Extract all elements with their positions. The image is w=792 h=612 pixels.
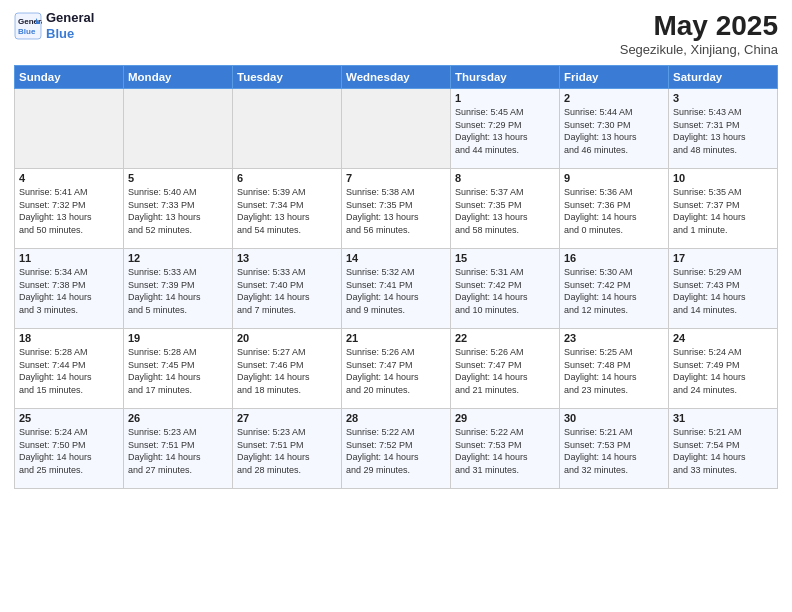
calendar-cell: 2Sunrise: 5:44 AM Sunset: 7:30 PM Daylig…	[560, 89, 669, 169]
calendar-cell: 1Sunrise: 5:45 AM Sunset: 7:29 PM Daylig…	[451, 89, 560, 169]
day-info: Sunrise: 5:30 AM Sunset: 7:42 PM Dayligh…	[564, 266, 664, 316]
day-number: 26	[128, 412, 228, 424]
calendar-cell: 19Sunrise: 5:28 AM Sunset: 7:45 PM Dayli…	[124, 329, 233, 409]
logo: General Blue General Blue	[14, 10, 94, 41]
day-info: Sunrise: 5:39 AM Sunset: 7:34 PM Dayligh…	[237, 186, 337, 236]
svg-text:Blue: Blue	[18, 27, 36, 36]
calendar-cell: 20Sunrise: 5:27 AM Sunset: 7:46 PM Dayli…	[233, 329, 342, 409]
day-info: Sunrise: 5:32 AM Sunset: 7:41 PM Dayligh…	[346, 266, 446, 316]
day-info: Sunrise: 5:22 AM Sunset: 7:52 PM Dayligh…	[346, 426, 446, 476]
calendar-cell: 10Sunrise: 5:35 AM Sunset: 7:37 PM Dayli…	[669, 169, 778, 249]
calendar-cell	[342, 89, 451, 169]
weekday-header-sunday: Sunday	[15, 66, 124, 89]
weekday-header-saturday: Saturday	[669, 66, 778, 89]
day-info: Sunrise: 5:26 AM Sunset: 7:47 PM Dayligh…	[346, 346, 446, 396]
calendar-cell: 6Sunrise: 5:39 AM Sunset: 7:34 PM Daylig…	[233, 169, 342, 249]
day-info: Sunrise: 5:24 AM Sunset: 7:50 PM Dayligh…	[19, 426, 119, 476]
day-info: Sunrise: 5:29 AM Sunset: 7:43 PM Dayligh…	[673, 266, 773, 316]
day-number: 5	[128, 172, 228, 184]
day-number: 22	[455, 332, 555, 344]
calendar-table: SundayMondayTuesdayWednesdayThursdayFrid…	[14, 65, 778, 489]
calendar-cell: 16Sunrise: 5:30 AM Sunset: 7:42 PM Dayli…	[560, 249, 669, 329]
day-number: 30	[564, 412, 664, 424]
day-number: 12	[128, 252, 228, 264]
day-number: 28	[346, 412, 446, 424]
weekday-header-thursday: Thursday	[451, 66, 560, 89]
day-info: Sunrise: 5:37 AM Sunset: 7:35 PM Dayligh…	[455, 186, 555, 236]
day-number: 3	[673, 92, 773, 104]
calendar-week-1: 1Sunrise: 5:45 AM Sunset: 7:29 PM Daylig…	[15, 89, 778, 169]
location: Segezikule, Xinjiang, China	[620, 42, 778, 57]
day-number: 6	[237, 172, 337, 184]
day-number: 31	[673, 412, 773, 424]
day-number: 17	[673, 252, 773, 264]
day-number: 13	[237, 252, 337, 264]
day-info: Sunrise: 5:44 AM Sunset: 7:30 PM Dayligh…	[564, 106, 664, 156]
day-number: 27	[237, 412, 337, 424]
calendar-cell: 26Sunrise: 5:23 AM Sunset: 7:51 PM Dayli…	[124, 409, 233, 489]
day-info: Sunrise: 5:43 AM Sunset: 7:31 PM Dayligh…	[673, 106, 773, 156]
calendar-cell: 23Sunrise: 5:25 AM Sunset: 7:48 PM Dayli…	[560, 329, 669, 409]
day-info: Sunrise: 5:31 AM Sunset: 7:42 PM Dayligh…	[455, 266, 555, 316]
day-info: Sunrise: 5:33 AM Sunset: 7:39 PM Dayligh…	[128, 266, 228, 316]
day-info: Sunrise: 5:23 AM Sunset: 7:51 PM Dayligh…	[128, 426, 228, 476]
day-number: 15	[455, 252, 555, 264]
day-info: Sunrise: 5:21 AM Sunset: 7:53 PM Dayligh…	[564, 426, 664, 476]
day-number: 9	[564, 172, 664, 184]
calendar-cell: 25Sunrise: 5:24 AM Sunset: 7:50 PM Dayli…	[15, 409, 124, 489]
logo-line2: Blue	[46, 26, 94, 42]
calendar-cell: 30Sunrise: 5:21 AM Sunset: 7:53 PM Dayli…	[560, 409, 669, 489]
calendar-cell: 18Sunrise: 5:28 AM Sunset: 7:44 PM Dayli…	[15, 329, 124, 409]
calendar-cell: 17Sunrise: 5:29 AM Sunset: 7:43 PM Dayli…	[669, 249, 778, 329]
calendar-cell	[233, 89, 342, 169]
day-number: 20	[237, 332, 337, 344]
calendar-cell	[124, 89, 233, 169]
calendar-cell: 12Sunrise: 5:33 AM Sunset: 7:39 PM Dayli…	[124, 249, 233, 329]
day-info: Sunrise: 5:27 AM Sunset: 7:46 PM Dayligh…	[237, 346, 337, 396]
calendar-cell: 27Sunrise: 5:23 AM Sunset: 7:51 PM Dayli…	[233, 409, 342, 489]
day-info: Sunrise: 5:34 AM Sunset: 7:38 PM Dayligh…	[19, 266, 119, 316]
calendar-week-5: 25Sunrise: 5:24 AM Sunset: 7:50 PM Dayli…	[15, 409, 778, 489]
weekday-header-monday: Monday	[124, 66, 233, 89]
calendar-week-2: 4Sunrise: 5:41 AM Sunset: 7:32 PM Daylig…	[15, 169, 778, 249]
day-info: Sunrise: 5:40 AM Sunset: 7:33 PM Dayligh…	[128, 186, 228, 236]
day-info: Sunrise: 5:26 AM Sunset: 7:47 PM Dayligh…	[455, 346, 555, 396]
day-number: 10	[673, 172, 773, 184]
day-number: 29	[455, 412, 555, 424]
header: General Blue General Blue May 2025 Segez…	[14, 10, 778, 57]
day-info: Sunrise: 5:28 AM Sunset: 7:45 PM Dayligh…	[128, 346, 228, 396]
day-info: Sunrise: 5:21 AM Sunset: 7:54 PM Dayligh…	[673, 426, 773, 476]
page: General Blue General Blue May 2025 Segez…	[0, 0, 792, 612]
calendar-cell: 3Sunrise: 5:43 AM Sunset: 7:31 PM Daylig…	[669, 89, 778, 169]
day-number: 24	[673, 332, 773, 344]
day-number: 21	[346, 332, 446, 344]
day-number: 19	[128, 332, 228, 344]
calendar-week-4: 18Sunrise: 5:28 AM Sunset: 7:44 PM Dayli…	[15, 329, 778, 409]
svg-text:General: General	[18, 17, 42, 26]
day-info: Sunrise: 5:23 AM Sunset: 7:51 PM Dayligh…	[237, 426, 337, 476]
calendar-cell: 5Sunrise: 5:40 AM Sunset: 7:33 PM Daylig…	[124, 169, 233, 249]
weekday-header-row: SundayMondayTuesdayWednesdayThursdayFrid…	[15, 66, 778, 89]
day-info: Sunrise: 5:25 AM Sunset: 7:48 PM Dayligh…	[564, 346, 664, 396]
day-info: Sunrise: 5:28 AM Sunset: 7:44 PM Dayligh…	[19, 346, 119, 396]
logo-line1: General	[46, 10, 94, 26]
calendar-cell	[15, 89, 124, 169]
calendar-cell: 14Sunrise: 5:32 AM Sunset: 7:41 PM Dayli…	[342, 249, 451, 329]
day-number: 25	[19, 412, 119, 424]
calendar-cell: 15Sunrise: 5:31 AM Sunset: 7:42 PM Dayli…	[451, 249, 560, 329]
calendar-cell: 7Sunrise: 5:38 AM Sunset: 7:35 PM Daylig…	[342, 169, 451, 249]
calendar-cell: 8Sunrise: 5:37 AM Sunset: 7:35 PM Daylig…	[451, 169, 560, 249]
calendar-cell: 24Sunrise: 5:24 AM Sunset: 7:49 PM Dayli…	[669, 329, 778, 409]
calendar-cell: 22Sunrise: 5:26 AM Sunset: 7:47 PM Dayli…	[451, 329, 560, 409]
day-number: 18	[19, 332, 119, 344]
day-number: 8	[455, 172, 555, 184]
weekday-header-tuesday: Tuesday	[233, 66, 342, 89]
day-info: Sunrise: 5:33 AM Sunset: 7:40 PM Dayligh…	[237, 266, 337, 316]
calendar-cell: 31Sunrise: 5:21 AM Sunset: 7:54 PM Dayli…	[669, 409, 778, 489]
day-number: 4	[19, 172, 119, 184]
day-number: 14	[346, 252, 446, 264]
calendar-cell: 4Sunrise: 5:41 AM Sunset: 7:32 PM Daylig…	[15, 169, 124, 249]
day-info: Sunrise: 5:22 AM Sunset: 7:53 PM Dayligh…	[455, 426, 555, 476]
calendar-cell: 13Sunrise: 5:33 AM Sunset: 7:40 PM Dayli…	[233, 249, 342, 329]
title-block: May 2025 Segezikule, Xinjiang, China	[620, 10, 778, 57]
